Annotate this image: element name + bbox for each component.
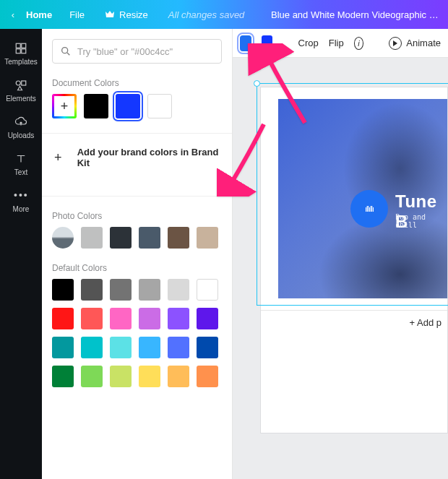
doc-color-swatch[interactable]	[147, 94, 172, 118]
panel-divider-2	[42, 196, 232, 197]
default-color-swatch[interactable]	[197, 337, 218, 358]
doc-color-swatch[interactable]	[116, 94, 140, 118]
default-color-swatch[interactable]	[197, 279, 218, 301]
animate-button[interactable]: Animate	[389, 37, 441, 50]
hero-photo[interactable]: ıllıllı Tune B Pop and chill	[278, 99, 447, 298]
document-title[interactable]: Blue and White Modern Videographic Musi.…	[271, 9, 441, 20]
document-colors-row: +	[52, 94, 222, 118]
text-icon	[14, 152, 28, 165]
default-color-swatch[interactable]	[139, 366, 160, 387]
default-color-swatch[interactable]	[81, 337, 103, 358]
crown-icon	[105, 9, 115, 20]
waveform-icon: ıllıllı	[365, 204, 374, 213]
selection-handle[interactable]	[254, 80, 260, 87]
nav-elements[interactable]: Elements	[0, 72, 42, 108]
back-chevron-icon[interactable]: ‹	[7, 9, 19, 20]
default-color-swatch[interactable]	[168, 279, 189, 301]
resize-label: Resize	[119, 9, 148, 20]
audio-badge: ıllıllı	[350, 190, 388, 228]
crop-button[interactable]: Crop	[298, 38, 319, 48]
color-search-input[interactable]	[77, 46, 214, 57]
elements-icon	[14, 79, 28, 92]
add-brand-colors-label: Add your brand colors in Brand Kit	[77, 147, 222, 168]
photo-color-swatch[interactable]	[81, 227, 103, 249]
document-colors-label: Document Colors	[52, 78, 222, 88]
nav-more-label: More	[13, 205, 30, 213]
photo-colors-label: Photo Colors	[52, 211, 222, 221]
photo-color-swatch[interactable]	[197, 227, 218, 249]
default-color-swatch[interactable]	[139, 337, 160, 358]
default-color-swatch[interactable]	[168, 337, 189, 358]
animate-label: Animate	[406, 38, 441, 48]
nav-text[interactable]: Text	[0, 145, 42, 182]
default-color-swatch[interactable]	[168, 308, 189, 329]
more-icon: •••	[14, 189, 28, 202]
default-color-swatch[interactable]	[168, 366, 189, 387]
nav-more[interactable]: ••• More	[0, 182, 42, 219]
uploads-icon	[14, 116, 28, 129]
save-status: All changes saved	[158, 9, 255, 20]
templates-icon	[14, 42, 28, 55]
top-bar: ‹ Home File Resize All changes saved Blu…	[0, 0, 448, 29]
default-color-swatch[interactable]	[197, 366, 218, 387]
default-color-swatch[interactable]	[139, 279, 160, 301]
color-swatch-1[interactable]	[240, 35, 251, 51]
flip-button[interactable]: Flip	[329, 38, 344, 48]
photo-color-swatch[interactable]	[168, 227, 189, 249]
page-frame[interactable]: ıllıllı Tune B Pop and chill + Add p	[260, 87, 448, 433]
nav-text-label: Text	[14, 168, 27, 176]
photo-color-swatch[interactable]	[139, 227, 160, 249]
photo-color-swatch[interactable]	[110, 227, 132, 249]
photo-thumbnail[interactable]	[52, 227, 74, 249]
default-color-swatch[interactable]	[110, 279, 132, 301]
file-menu[interactable]: File	[59, 9, 95, 20]
default-color-swatch[interactable]	[110, 337, 132, 358]
canvas-area: Crop Flip i Animate ıllıllı Tune B Pop a…	[233, 29, 448, 479]
home-link[interactable]: Home	[19, 9, 59, 20]
default-color-swatch[interactable]	[52, 366, 74, 387]
nav-templates[interactable]: Templates	[0, 35, 42, 72]
color-panel: Document Colors + + Add your brand color…	[42, 29, 233, 479]
plus-icon: +	[52, 150, 64, 165]
default-color-swatch[interactable]	[81, 366, 103, 387]
default-colors-grid	[52, 279, 222, 387]
info-icon[interactable]: i	[354, 37, 363, 50]
nav-uploads[interactable]: Uploads	[0, 108, 42, 145]
nav-uploads-label: Uploads	[8, 131, 35, 139]
default-colors-label: Default Colors	[52, 263, 222, 273]
photo-colors-row	[52, 227, 222, 249]
default-color-swatch[interactable]	[52, 308, 74, 329]
add-color-button[interactable]: +	[52, 94, 77, 118]
nav-elements-label: Elements	[6, 95, 36, 103]
svg-point-6	[62, 48, 68, 53]
default-color-swatch[interactable]	[52, 337, 74, 358]
svg-rect-1	[22, 43, 26, 48]
svg-rect-2	[16, 49, 20, 53]
doc-color-swatch[interactable]	[84, 94, 108, 118]
default-color-swatch[interactable]	[139, 308, 160, 329]
default-color-swatch[interactable]	[110, 308, 132, 329]
search-icon	[60, 46, 72, 57]
svg-rect-3	[22, 49, 26, 53]
color-swatch-2[interactable]	[262, 35, 273, 51]
add-page-button[interactable]: + Add p	[261, 310, 447, 335]
default-color-swatch[interactable]	[110, 366, 132, 387]
add-brand-colors[interactable]: + Add your brand colors in Brand Kit	[52, 134, 222, 181]
play-icon	[389, 37, 402, 50]
color-search[interactable]	[52, 39, 222, 64]
canvas[interactable]: ıllıllı Tune B Pop and chill + Add p	[260, 87, 448, 433]
default-color-swatch[interactable]	[197, 308, 218, 329]
nav-templates-label: Templates	[4, 58, 38, 66]
default-color-swatch[interactable]	[81, 279, 103, 301]
left-nav: Templates Elements Uploads Text ••• More	[0, 29, 42, 479]
subtitle-text[interactable]: Pop and chill	[395, 213, 447, 229]
context-toolbar: Crop Flip i Animate	[233, 29, 448, 58]
default-color-swatch[interactable]	[81, 308, 103, 329]
svg-point-4	[16, 81, 20, 85]
svg-rect-5	[22, 81, 26, 85]
resize-menu[interactable]: Resize	[95, 9, 158, 20]
default-color-swatch[interactable]	[52, 279, 74, 301]
svg-rect-0	[16, 43, 20, 48]
